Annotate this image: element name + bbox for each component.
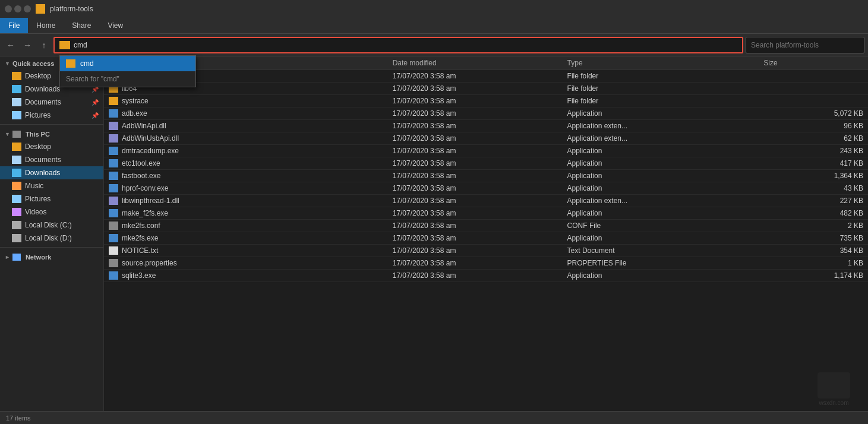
dropdown-folder-icon [66, 59, 75, 68]
table-row[interactable]: make_f2fs.exe 17/07/2020 3:58 am Applica… [104, 207, 868, 220]
file-name: mke2fs.conf [122, 222, 160, 230]
content-area: Name Date modified Type Size api 17/07/2… [104, 56, 868, 424]
table-row[interactable]: fastboot.exe 17/07/2020 3:58 am Applicat… [104, 170, 868, 182]
col-header-size[interactable]: Size [759, 56, 868, 70]
title-bar-icon [36, 4, 45, 14]
sidebar-item-pictures-quick[interactable]: Pictures 📌 [0, 109, 103, 122]
file-name: AdbWinApi.dll [122, 122, 166, 130]
file-name: NOTICE.txt [122, 246, 158, 255]
sidebar-item-label: Pictures [25, 195, 50, 203]
this-pc-label: This PC [26, 131, 50, 138]
minimize-btn[interactable] [14, 5, 21, 12]
sidebar-item-local-disk-d[interactable]: Local Disk (D:) [0, 232, 103, 245]
up-button[interactable]: ↑ [37, 38, 51, 52]
table-row[interactable]: mke2fs.exe 17/07/2020 3:58 am Applicatio… [104, 232, 868, 245]
file-name-cell: adb.exe [104, 107, 388, 120]
tab-view[interactable]: View [99, 18, 131, 33]
sidebar-item-videos-pc[interactable]: Videos [0, 205, 103, 219]
file-date: 17/07/2020 3:58 am [388, 195, 563, 207]
music-icon [12, 182, 21, 190]
file-type-icon [109, 122, 118, 130]
sidebar-item-local-disk-c[interactable]: Local Disk (C:) [0, 219, 103, 232]
dropdown-item-cmd[interactable]: cmd [60, 56, 195, 71]
chevron-this-pc: ▼ [5, 131, 10, 137]
table-row[interactable]: AdbWinUsbApi.dll 17/07/2020 3:58 am Appl… [104, 132, 868, 145]
file-type-icon [109, 147, 118, 155]
search-input[interactable] [746, 37, 864, 53]
file-type: Application [563, 145, 759, 157]
close-btn[interactable] [5, 5, 12, 12]
table-row[interactable]: systrace 17/07/2020 3:58 am File folder [104, 95, 868, 107]
table-row[interactable]: dmtracedump.exe 17/07/2020 3:58 am Appli… [104, 145, 868, 157]
file-type: File folder [563, 95, 759, 107]
table-row[interactable]: libwinpthread-1.dll 17/07/2020 3:58 am A… [104, 195, 868, 207]
file-type: Application exten... [563, 195, 759, 207]
file-name: etc1tool.exe [122, 159, 160, 167]
file-name-cell: source.properties [104, 257, 388, 270]
sidebar-item-label: Documents [25, 98, 61, 106]
table-row[interactable]: mke2fs.conf 17/07/2020 3:58 am CONF File… [104, 220, 868, 232]
forward-button[interactable]: → [20, 38, 34, 52]
folder-icon [12, 72, 21, 80]
tab-home[interactable]: Home [28, 18, 64, 33]
tab-file[interactable]: File [0, 18, 28, 33]
table-row[interactable]: api 17/07/2020 3:58 am File folder [104, 70, 868, 83]
table-row[interactable]: AdbWinApi.dll 17/07/2020 3:58 am Applica… [104, 120, 868, 132]
file-date: 17/07/2020 3:58 am [388, 257, 563, 270]
table-row[interactable]: adb.exe 17/07/2020 3:58 am Application 5… [104, 107, 868, 120]
file-type-icon [109, 222, 118, 230]
col-header-date[interactable]: Date modified [388, 56, 563, 70]
address-box[interactable]: cmd [53, 37, 743, 53]
watermark-text: wsxdn.com [819, 400, 848, 406]
file-date: 17/07/2020 3:58 am [388, 170, 563, 182]
file-type-icon [109, 209, 118, 217]
sidebar-this-pc-header[interactable]: ▼ This PC [0, 127, 103, 140]
file-type: Application [563, 207, 759, 220]
col-header-type[interactable]: Type [563, 56, 759, 70]
file-name-cell: dmtracedump.exe [104, 145, 388, 157]
quick-access-label: Quick access [12, 60, 54, 67]
sidebar-item-desktop-pc[interactable]: Desktop [0, 140, 103, 153]
sidebar-item-label: Pictures [25, 111, 50, 119]
file-type-icon [109, 97, 118, 105]
table-row[interactable]: NOTICE.txt 17/07/2020 3:58 am Text Docum… [104, 245, 868, 257]
file-type-icon [109, 184, 118, 192]
file-type-icon [109, 109, 118, 118]
sidebar-item-pictures-pc[interactable]: Pictures [0, 192, 103, 205]
file-size: 2 KB [759, 220, 868, 232]
address-folder-icon [59, 41, 70, 49]
dropdown-item-label: cmd [80, 59, 94, 68]
table-row[interactable]: hprof-conv.exe 17/07/2020 3:58 am Applic… [104, 182, 868, 195]
file-date: 17/07/2020 3:58 am [388, 83, 563, 95]
file-size: 5,072 KB [759, 107, 868, 120]
file-size [759, 70, 868, 83]
main-layout: ▼ Quick access Desktop 📌 Downloads 📌 Doc… [0, 56, 868, 424]
sidebar-item-documents-quick[interactable]: Documents 📌 [0, 96, 103, 109]
file-name-cell: AdbWinApi.dll [104, 120, 388, 132]
address-bar-container: ← → ↑ cmd cmd Search for "cmd" [0, 34, 868, 56]
file-type: Application exten... [563, 132, 759, 145]
table-row[interactable]: etc1tool.exe 17/07/2020 3:58 am Applicat… [104, 157, 868, 170]
sidebar-item-label: Downloads [25, 169, 60, 177]
sidebar-network-header[interactable]: ► Network [0, 250, 103, 263]
tab-share[interactable]: Share [64, 18, 99, 33]
file-name-cell: mke2fs.conf [104, 220, 388, 232]
sidebar-item-label: Downloads [25, 85, 60, 93]
network-label: Network [26, 254, 51, 261]
file-name-cell: make_f2fs.exe [104, 207, 388, 220]
maximize-btn[interactable] [24, 5, 31, 12]
sidebar-item-downloads-pc[interactable]: Downloads [0, 166, 103, 179]
file-size: 96 KB [759, 120, 868, 132]
window-controls[interactable] [5, 5, 31, 12]
table-row[interactable]: source.properties 17/07/2020 3:58 am PRO… [104, 257, 868, 270]
table-row[interactable]: lib64 17/07/2020 3:58 am File folder [104, 83, 868, 95]
sidebar-item-documents-pc[interactable]: Documents [0, 153, 103, 166]
table-row[interactable]: sqlite3.exe 17/07/2020 3:58 am Applicati… [104, 270, 868, 282]
dropdown-search[interactable]: Search for "cmd" [60, 71, 195, 87]
sidebar-item-music-pc[interactable]: Music [0, 179, 103, 192]
back-button[interactable]: ← [4, 38, 18, 52]
file-name: adb.exe [122, 109, 147, 118]
file-name: systrace [122, 97, 149, 105]
sidebar-item-label: Desktop [25, 143, 51, 151]
file-type: Application [563, 107, 759, 120]
